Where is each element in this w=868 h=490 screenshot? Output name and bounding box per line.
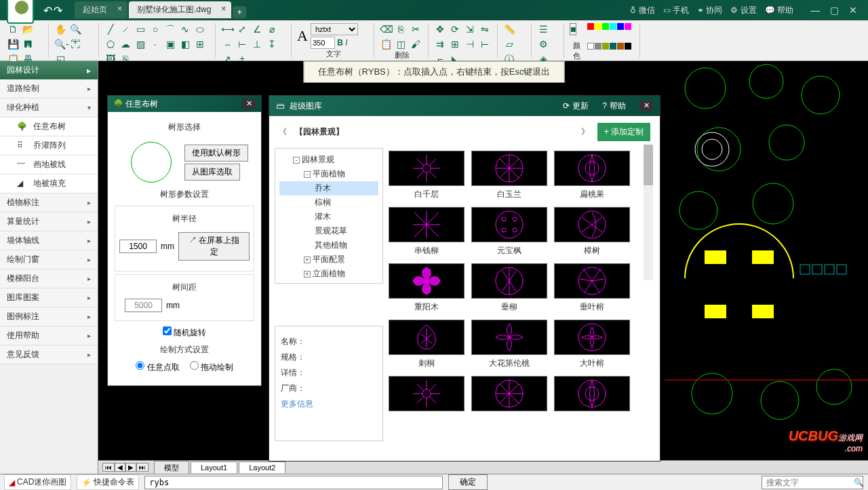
polyline-icon[interactable]: ⟋: [119, 23, 132, 35]
tree-node-other[interactable]: 其他植物: [279, 238, 378, 252]
sidebar-item-green[interactable]: 绿化种植▾: [0, 98, 98, 117]
cloud-icon[interactable]: ☁: [119, 38, 132, 50]
wechat-link[interactable]: ♁ 微信: [630, 5, 654, 16]
offset-icon[interactable]: ⇉: [434, 38, 446, 50]
swatch-yellow[interactable]: [595, 23, 601, 30]
extend-icon[interactable]: ⊢: [479, 38, 491, 50]
rotate-icon[interactable]: ⟳: [449, 23, 461, 35]
tree-node-root[interactable]: -园林景观: [279, 153, 378, 167]
match-icon[interactable]: 🖌: [410, 38, 422, 50]
rect-icon[interactable]: ▭: [134, 23, 146, 35]
save-icon[interactable]: 💾: [7, 38, 19, 50]
move-icon[interactable]: ✥: [434, 23, 446, 35]
zoom-in-icon[interactable]: 🔍+: [69, 23, 81, 35]
swatch-cyan[interactable]: [610, 23, 616, 30]
sidebar-item-wall[interactable]: 墙体轴线▸: [0, 231, 98, 250]
close-icon[interactable]: ×: [221, 4, 226, 14]
thumbnail-item[interactable]: 垂叶榕: [554, 263, 630, 317]
dialog-titlebar[interactable]: 🗃 超级图库 ⟳ 更新 ? 帮助 ✕: [269, 96, 660, 116]
help-button[interactable]: ? 帮助: [602, 100, 626, 112]
layer-icon[interactable]: ☰: [537, 23, 549, 35]
app-name-button[interactable]: ◢ CAD迷你画图: [4, 474, 71, 490]
mirror-icon[interactable]: ⇋: [479, 23, 491, 35]
trim-icon[interactable]: ⊣: [464, 38, 476, 50]
mode-drag-radio[interactable]: 拖动绘制: [190, 361, 233, 373]
confirm-button[interactable]: 确定: [448, 474, 488, 490]
hatch-icon[interactable]: ▨: [134, 38, 146, 50]
swatch-white[interactable]: [587, 43, 594, 50]
close-button[interactable]: ✕: [846, 5, 860, 16]
minimize-button[interactable]: —: [808, 5, 822, 16]
close-icon[interactable]: ✕: [242, 98, 256, 109]
thumbnail-item[interactable]: [554, 376, 630, 411]
search-icon[interactable]: 🔍: [854, 478, 864, 487]
thumbnail-item[interactable]: 重阳木: [389, 263, 465, 317]
tree-node-flower[interactable]: 景观花草: [279, 224, 378, 238]
dim-linear-icon[interactable]: ⟷: [221, 23, 233, 35]
tree-node-zonglv[interactable]: 棕榈: [279, 195, 378, 210]
tab-home[interactable]: 起始页 ×: [75, 1, 127, 18]
tab-add-button[interactable]: +: [233, 6, 246, 18]
line-icon[interactable]: ╱: [104, 23, 117, 35]
sidebar-item-help[interactable]: 使用帮助▸: [0, 326, 98, 345]
region-icon[interactable]: ◧: [179, 38, 191, 50]
ellipse-icon[interactable]: ⬭: [194, 23, 206, 35]
swatch-olive[interactable]: [602, 43, 609, 50]
help-link[interactable]: 💬 帮助: [765, 5, 793, 16]
tree-node-elev-scene[interactable]: +立面配景: [279, 281, 378, 284]
copy2-icon[interactable]: ⎘: [395, 23, 407, 35]
dim-arc-icon[interactable]: ⌢: [221, 38, 233, 50]
swatch-gray[interactable]: [595, 43, 601, 50]
tree-node-elev-plant[interactable]: +立面植物: [279, 267, 378, 281]
open-icon[interactable]: 📂: [22, 23, 34, 35]
dim-align-icon[interactable]: ⤢: [236, 23, 248, 35]
thumbnail-item[interactable]: [471, 376, 547, 411]
tab-layout1[interactable]: Layout1: [191, 461, 237, 473]
drawing-canvas[interactable]: 园林设计▸ 道路绘制▸ 绿化种植▾ 🌳任意布树 ⠿乔灌阵列 〰画地被线 ◢地被填…: [0, 61, 868, 474]
dim-base-icon[interactable]: ⊥: [251, 38, 263, 50]
arc-icon[interactable]: ⌒: [164, 23, 176, 35]
close-icon[interactable]: ×: [117, 4, 122, 14]
tab-layout2[interactable]: Layout2: [239, 461, 285, 473]
swatch-teal[interactable]: [610, 43, 616, 50]
dim-angle-icon[interactable]: ∠: [251, 23, 263, 35]
paste-icon[interactable]: 📋: [380, 38, 392, 50]
sidebar-item-plant-anno[interactable]: 植物标注▸: [0, 193, 98, 212]
pick-on-screen-button[interactable]: ↗ 在屏幕上指定: [178, 232, 250, 261]
sidebar-item-cover-fill[interactable]: ◢地被填充: [0, 174, 98, 193]
italic-icon[interactable]: I: [345, 37, 347, 48]
tree-node-flat-scene[interactable]: +平面配景: [279, 252, 378, 267]
close-icon[interactable]: ✕: [639, 100, 653, 111]
thumbnail-item[interactable]: 大叶榕: [554, 320, 630, 373]
sidebar-item-window[interactable]: 绘制门窗▸: [0, 250, 98, 269]
zoom-window-icon[interactable]: ⛶: [69, 38, 81, 50]
cut-icon[interactable]: ✂: [410, 23, 422, 35]
new-icon[interactable]: 🗋: [7, 23, 19, 35]
random-rotate-checkbox[interactable]: 随机旋转: [163, 328, 206, 337]
collab-link[interactable]: ⚭ 协同: [697, 5, 722, 16]
nav-forward-icon[interactable]: ↷: [54, 4, 62, 17]
dist-icon[interactable]: 📏: [503, 23, 515, 35]
circle-icon[interactable]: ○: [149, 23, 161, 35]
settings-link[interactable]: ⚙ 设置: [730, 5, 756, 16]
category-tree[interactable]: -园林景观 -平面植物 乔木 棕榈 灌木 景观花草 其他植物 +平面配景 +立面…: [275, 148, 383, 284]
color-picker-icon[interactable]: ■: [570, 23, 576, 35]
bold-icon[interactable]: B: [337, 37, 343, 48]
sidebar-header[interactable]: 园林设计▸: [0, 61, 98, 79]
swatch-brown[interactable]: [617, 43, 624, 50]
swatch-blue[interactable]: [617, 23, 624, 30]
prev-icon[interactable]: ◀: [115, 463, 125, 472]
shortcut-button[interactable]: ⚡ 快捷命令表: [77, 474, 139, 490]
thumbnail-item[interactable]: 扁桃果: [554, 151, 630, 204]
tree-node-qiaomu[interactable]: 乔木: [279, 181, 378, 195]
swatch-black[interactable]: [625, 43, 631, 50]
last-icon[interactable]: ⏭: [136, 463, 149, 472]
thumbnail-item[interactable]: 白玉兰: [471, 151, 547, 204]
scrollbar[interactable]: [644, 145, 653, 280]
dim-ord-icon[interactable]: ↧: [266, 38, 278, 50]
sidebar-item-road[interactable]: 道路绘制▸: [0, 79, 98, 98]
dialog-titlebar[interactable]: 🌳 任意布树 ✕: [108, 96, 261, 112]
clip-icon[interactable]: ◫: [395, 38, 407, 50]
table-icon[interactable]: ⊞: [194, 38, 206, 50]
next-icon[interactable]: ▶: [125, 463, 136, 472]
